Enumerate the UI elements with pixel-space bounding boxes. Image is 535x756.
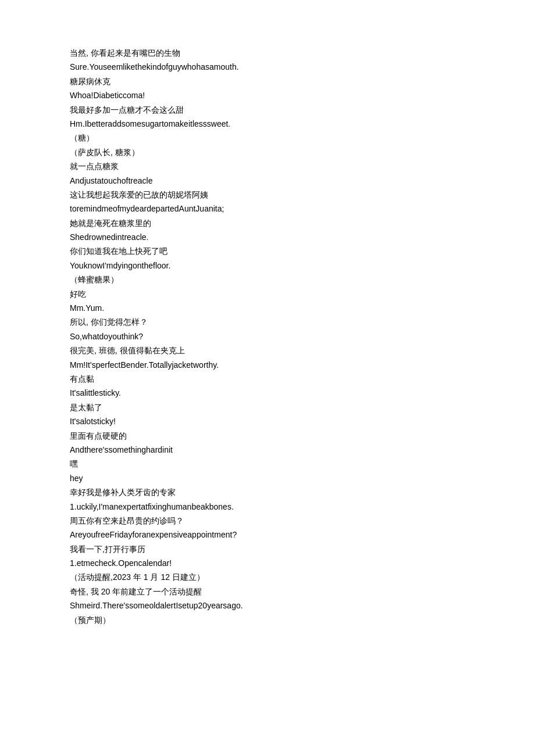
text-line-l26: 是太黏了	[70, 401, 465, 414]
line-text: 这让我想起我亲爱的已故的胡妮塔阿姨	[70, 188, 465, 201]
line-text: （预产期）	[70, 614, 465, 626]
text-line-l41: （预产期）	[70, 614, 465, 626]
line-text: 她就是淹死在糖浆里的	[70, 217, 465, 230]
line-text: Andthere'ssomethinghardinit	[70, 443, 465, 456]
line-text: So,whatdoyouthink?	[70, 330, 465, 343]
text-line-l8: （萨皮队长, 糖浆）	[70, 146, 465, 159]
text-line-l23: Mm!It'sperfectBender.Totallyjacketworthy…	[70, 359, 465, 371]
text-line-l4: Whoa!Diabeticcoma!	[70, 89, 465, 102]
line-text: 有点黏	[70, 372, 465, 385]
text-line-l18: 好吃	[70, 288, 465, 300]
text-line-l20: 所以, 你们觉得怎样？	[70, 316, 465, 328]
line-text: 嘿	[70, 457, 465, 470]
text-line-l7: （糖）	[70, 131, 465, 144]
line-text: （活动提醒,2023 年 1 月 12 日建立）	[70, 571, 465, 583]
text-line-l17: （蜂蜜糖果）	[70, 273, 465, 286]
line-text: Shedrownedintreacle.	[70, 231, 465, 243]
line-text: Hm.Ibetteraddsomesugartomakeitlesssweet.	[70, 117, 465, 130]
text-line-l33: 1.uckily,I'manexpertatfixinghumanbeakbon…	[70, 500, 465, 513]
text-line-l32: 幸好我是修补人类牙齿的专家	[70, 486, 465, 499]
line-text: hey	[70, 472, 465, 485]
text-line-l12: toremindmeofmydeardepartedAuntJuanita;	[70, 202, 465, 215]
text-line-l38: （活动提醒,2023 年 1 月 12 日建立）	[70, 571, 465, 583]
text-line-l3: 糖尿病休克	[70, 75, 465, 88]
line-text: AreyoufreeFridayforanexpensiveappointmen…	[70, 528, 465, 541]
line-text: Sure.Youseemlikethekindofguywhohasamouth…	[70, 60, 465, 73]
text-line-l2: Sure.Youseemlikethekindofguywhohasamouth…	[70, 60, 465, 73]
text-line-l6: Hm.Ibetteraddsomesugartomakeitlesssweet.	[70, 117, 465, 130]
line-text: 周五你有空来赴昂贵的约诊吗？	[70, 514, 465, 527]
main-content: 当然, 你看起来是有嘴巴的生物Sure.Youseemlikethekindof…	[70, 46, 465, 626]
text-line-l14: Shedrownedintreacle.	[70, 231, 465, 243]
line-text: 1.etmecheck.Opencalendar!	[70, 557, 465, 569]
text-line-l27: It'salotsticky!	[70, 415, 465, 428]
text-line-l16: YouknowI'mdyingonthefloor.	[70, 259, 465, 272]
line-text: It'salittlesticky.	[70, 386, 465, 399]
line-text: （萨皮队长, 糖浆）	[70, 146, 465, 159]
text-line-l35: AreyoufreeFridayforanexpensiveappointmen…	[70, 528, 465, 541]
text-line-l39: 奇怪, 我 20 年前建立了一个活动提醒	[70, 585, 465, 598]
text-line-l9: 就一点点糖浆	[70, 160, 465, 173]
line-text: Andjustatouchoftreacle	[70, 174, 465, 187]
line-text: 当然, 你看起来是有嘴巴的生物	[70, 46, 465, 59]
text-line-l15: 你们知道我在地上快死了吧	[70, 245, 465, 257]
line-text: 是太黏了	[70, 401, 465, 414]
line-text: 你们知道我在地上快死了吧	[70, 245, 465, 257]
line-text: 糖尿病休克	[70, 75, 465, 88]
line-text: 1.uckily,I'manexpertatfixinghumanbeakbon…	[70, 500, 465, 513]
line-text: 好吃	[70, 288, 465, 300]
line-text: 幸好我是修补人类牙齿的专家	[70, 486, 465, 499]
line-text: Mm!It'sperfectBender.Totallyjacketworthy…	[70, 359, 465, 371]
line-text: 我最好多加一点糖才不会这么甜	[70, 103, 465, 116]
line-text: 所以, 你们觉得怎样？	[70, 316, 465, 328]
line-text: YouknowI'mdyingonthefloor.	[70, 259, 465, 272]
line-text: Shmeird.There'ssomeoldalertIsetup20years…	[70, 599, 465, 612]
text-line-l28: 里面有点硬硬的	[70, 429, 465, 442]
text-line-l21: So,whatdoyouthink?	[70, 330, 465, 343]
line-text: toremindmeofmydeardepartedAuntJuanita;	[70, 202, 465, 215]
text-line-l37: 1.etmecheck.Opencalendar!	[70, 557, 465, 569]
line-text: Mm.Yum.	[70, 302, 465, 314]
line-text: （糖）	[70, 131, 465, 144]
line-text: 里面有点硬硬的	[70, 429, 465, 442]
text-line-l22: 很完美, 班德, 很值得黏在夹克上	[70, 344, 465, 357]
text-line-l13: 她就是淹死在糖浆里的	[70, 217, 465, 230]
text-line-l5: 我最好多加一点糖才不会这么甜	[70, 103, 465, 116]
line-text: 很完美, 班德, 很值得黏在夹克上	[70, 344, 465, 357]
text-line-l25: It'salittlesticky.	[70, 386, 465, 399]
text-line-l36: 我看一下,打开行事历	[70, 543, 465, 556]
line-text: （蜂蜜糖果）	[70, 273, 465, 286]
text-line-l24: 有点黏	[70, 372, 465, 385]
text-line-l31: hey	[70, 472, 465, 485]
text-line-l11: 这让我想起我亲爱的已故的胡妮塔阿姨	[70, 188, 465, 201]
text-line-l40: Shmeird.There'ssomeoldalertIsetup20years…	[70, 599, 465, 612]
text-line-l19: Mm.Yum.	[70, 302, 465, 314]
line-text: 就一点点糖浆	[70, 160, 465, 173]
text-line-l30: 嘿	[70, 457, 465, 470]
text-line-l10: Andjustatouchoftreacle	[70, 174, 465, 187]
line-text: Whoa!Diabeticcoma!	[70, 89, 465, 102]
text-line-l1: 当然, 你看起来是有嘴巴的生物	[70, 46, 465, 59]
text-line-l29: Andthere'ssomethinghardinit	[70, 443, 465, 456]
line-text: 奇怪, 我 20 年前建立了一个活动提醒	[70, 585, 465, 598]
line-text: It'salotsticky!	[70, 415, 465, 428]
text-line-l34: 周五你有空来赴昂贵的约诊吗？	[70, 514, 465, 527]
line-text: 我看一下,打开行事历	[70, 543, 465, 556]
